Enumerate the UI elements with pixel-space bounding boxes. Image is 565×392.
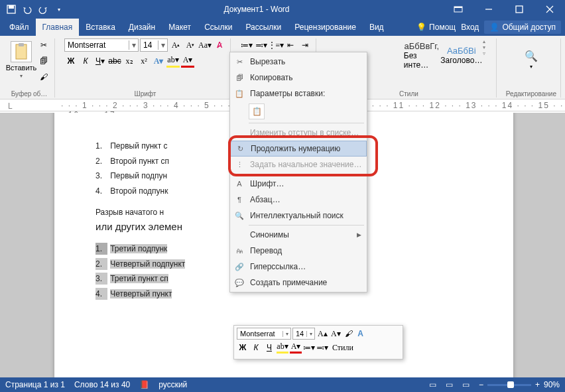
mini-format-painter[interactable]: 🖌 xyxy=(343,328,355,340)
font-name-combo[interactable]: ▾ xyxy=(64,38,139,52)
paste-button[interactable]: Вставить ▾ xyxy=(8,38,34,81)
mini-styles[interactable]: A xyxy=(356,328,365,340)
mini-toolbar: Montserrat▾ 14▾ A▴ A▾ 🖌 A Ж К Ч ab▾ A▾ ≔… xyxy=(233,325,403,359)
person-icon: 👤 xyxy=(489,23,499,32)
increase-indent-button[interactable]: ⇥ xyxy=(298,38,312,52)
set-num-icon: ⋮ xyxy=(234,159,245,170)
mini-numbering[interactable]: ≕▾ xyxy=(316,342,328,354)
view-print-layout[interactable]: ▭ xyxy=(446,380,453,389)
tab-mailings[interactable]: Рассылки xyxy=(239,19,288,36)
ribbon-options-button[interactable] xyxy=(443,0,473,19)
numbering-button[interactable]: ≕▾ xyxy=(255,38,268,52)
qat-dropdown[interactable]: ▾ xyxy=(52,2,66,17)
copy-button[interactable]: 🗐 xyxy=(37,54,50,68)
redo-button[interactable] xyxy=(36,2,50,17)
ctx-hyperlink[interactable]: 🔗Гиперссылка… xyxy=(230,259,367,275)
grow-font-button[interactable]: A▴ xyxy=(169,38,182,52)
tell-me[interactable]: 💡Помощ xyxy=(416,23,456,32)
tab-home[interactable]: Главная xyxy=(36,19,80,36)
superscript-button[interactable]: x² xyxy=(137,54,151,68)
view-read-mode[interactable]: ▭ xyxy=(429,380,436,389)
paste-keep-formatting[interactable]: 📋 xyxy=(249,103,265,119)
zoom-out-button[interactable]: − xyxy=(479,380,483,389)
ribbon-group-editing: 🔍 ▾ Редактирование xyxy=(502,38,561,98)
system-buttons xyxy=(443,0,565,19)
highlight-button[interactable]: ab▾ xyxy=(166,54,180,68)
minimize-button[interactable] xyxy=(473,0,504,19)
save-button[interactable] xyxy=(4,2,19,17)
ctx-smart-lookup[interactable]: 🔍Интеллектуальный поиск xyxy=(230,208,367,224)
mini-bullets[interactable]: ≔▾ xyxy=(303,342,315,354)
status-word-count[interactable]: Слово 14 из 40 xyxy=(74,380,130,389)
mini-highlight[interactable]: ab▾ xyxy=(277,342,288,354)
zoom-slider[interactable] xyxy=(487,384,531,386)
ctx-cut[interactable]: ✂Вырезать xyxy=(230,54,367,70)
style-heading1[interactable]: АаБбВіЗаголово… xyxy=(443,38,480,72)
underline-button[interactable]: Ч▾ xyxy=(94,54,107,68)
svg-rect-5 xyxy=(516,6,523,13)
style-normal[interactable]: аБбВвГг,Без инте… xyxy=(403,38,440,72)
clear-formatting-button[interactable]: A̷ xyxy=(213,38,226,52)
mini-size-combo[interactable]: 14▾ xyxy=(292,328,315,340)
font-color-button[interactable]: A▾ xyxy=(181,54,194,68)
ctx-paragraph[interactable]: ¶Абзац… xyxy=(230,192,367,208)
status-language[interactable]: русский xyxy=(158,380,187,389)
svg-rect-9 xyxy=(19,43,24,46)
change-case-button[interactable]: Aa▾ xyxy=(198,38,212,52)
shrink-font-button[interactable]: A▾ xyxy=(184,38,197,52)
ctx-paste-options: 📋 xyxy=(230,101,367,121)
zoom-in-button[interactable]: + xyxy=(535,380,540,389)
mini-italic[interactable]: К xyxy=(250,342,262,354)
strikethrough-button[interactable]: abc xyxy=(108,54,121,68)
status-bar: Страница 1 из 1 Слово 14 из 40 📕 русский… xyxy=(0,377,565,392)
mini-font-combo[interactable]: Montserrat▾ xyxy=(237,328,291,340)
maximize-button[interactable] xyxy=(504,0,534,19)
ctx-font[interactable]: AШрифт… xyxy=(230,176,367,192)
italic-button[interactable]: К xyxy=(79,54,92,68)
tab-file[interactable]: Файл xyxy=(3,19,36,36)
mini-font-color[interactable]: A▾ xyxy=(290,342,302,354)
mini-shrink-font[interactable]: A▾ xyxy=(330,328,342,340)
zoom-level[interactable]: 90% xyxy=(544,380,560,389)
scissors-icon: ✂ xyxy=(234,56,245,67)
tab-review[interactable]: Рецензирование xyxy=(288,19,363,36)
status-spellcheck[interactable]: 📕 xyxy=(139,380,149,389)
mini-grow-font[interactable]: A▴ xyxy=(316,328,328,340)
mini-styles-button[interactable]: Стили xyxy=(330,342,356,354)
format-painter-button[interactable]: 🖌 xyxy=(37,70,50,84)
tab-view[interactable]: Вид xyxy=(363,19,391,36)
ctx-synonyms[interactable]: Синонимы▶ xyxy=(230,227,367,243)
tab-layout[interactable]: Макет xyxy=(162,19,198,36)
font-icon: A xyxy=(234,178,245,189)
share-button[interactable]: 👤Общий доступ xyxy=(484,21,561,34)
font-size-combo[interactable]: ▾ xyxy=(140,38,168,52)
title-bar: ▾ Документ1 - Word xyxy=(0,0,565,19)
ctx-copy[interactable]: 🗐Копировать xyxy=(230,70,367,86)
sign-in[interactable]: Вход xyxy=(461,23,479,32)
subscript-button[interactable]: x₂ xyxy=(123,54,136,68)
mini-bold[interactable]: Ж xyxy=(237,342,249,354)
view-web-layout[interactable]: ▭ xyxy=(462,380,470,389)
styles-more-button[interactable]: ▴▾▿ xyxy=(483,38,492,56)
window-title: Документ1 - Word xyxy=(70,5,443,14)
close-button[interactable] xyxy=(534,0,565,19)
decrease-indent-button[interactable]: ⇤ xyxy=(284,38,297,52)
bullets-button[interactable]: ≔▾ xyxy=(240,38,253,52)
tab-insert[interactable]: Вставка xyxy=(79,19,122,36)
ctx-continue-numbering[interactable]: ↻Продолжить нумерацию xyxy=(230,141,367,157)
svg-rect-3 xyxy=(454,7,462,8)
bold-button[interactable]: Ж xyxy=(64,54,78,68)
status-page[interactable]: Страница 1 из 1 xyxy=(5,380,65,389)
tab-references[interactable]: Ссылки xyxy=(198,19,239,36)
mini-underline[interactable]: Ч xyxy=(263,342,275,354)
copy-icon: 🗐 xyxy=(234,72,245,83)
tab-design[interactable]: Дизайн xyxy=(122,19,162,36)
ctx-new-comment[interactable]: 💬Создать примечание xyxy=(230,275,367,291)
ctx-translate[interactable]: 🗛Перевод xyxy=(230,243,367,259)
cut-button[interactable]: ✂ xyxy=(37,38,50,52)
find-button[interactable]: 🔍 ▾ xyxy=(511,38,551,81)
text-effects-button[interactable]: A▾ xyxy=(152,54,165,68)
multilevel-button[interactable]: ⋮≡▾ xyxy=(269,38,282,52)
svg-rect-1 xyxy=(9,5,14,9)
undo-button[interactable] xyxy=(20,2,34,17)
